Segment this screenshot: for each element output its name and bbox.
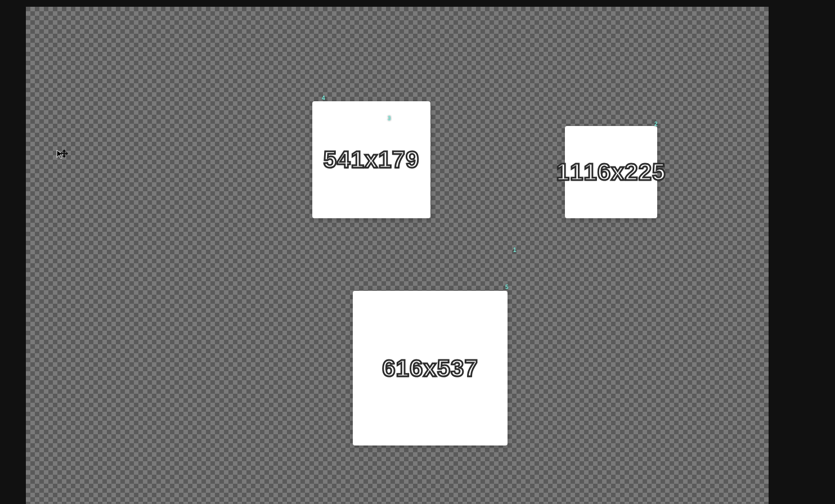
layer-label: 541x179 <box>324 146 420 173</box>
viewport: 541x179 1116x225 616x537 4 3 2 1 5 <box>0 0 835 504</box>
layer-label: 1116x225 <box>556 159 666 186</box>
layer-top-left[interactable]: 541x179 <box>312 101 430 218</box>
layer-bottom[interactable]: 616x537 <box>353 291 508 446</box>
anchor-marker: 1 <box>513 247 517 253</box>
layer-top-right[interactable]: 1116x225 <box>565 126 657 218</box>
layer-label: 616x537 <box>382 355 478 382</box>
move-cursor-icon <box>56 149 68 161</box>
canvas-frame: 541x179 1116x225 616x537 4 3 2 1 5 <box>0 0 835 504</box>
anchor-marker: 4 <box>322 95 325 101</box>
transparency-canvas[interactable]: 541x179 1116x225 616x537 4 3 2 1 5 <box>26 7 769 504</box>
anchor-marker: 5 <box>505 284 509 290</box>
